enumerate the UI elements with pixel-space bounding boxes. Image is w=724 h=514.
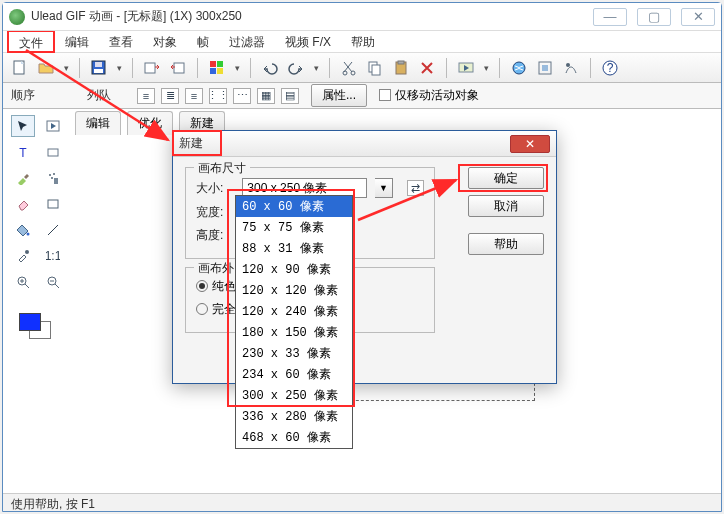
cancel-button[interactable]: 取消	[468, 195, 544, 217]
size-option[interactable]: 120 x 240 像素	[236, 301, 352, 322]
size-option[interactable]: 75 x 75 像素	[236, 217, 352, 238]
help-button[interactable]: 帮助	[468, 233, 544, 255]
preview-icon[interactable]	[455, 57, 477, 79]
line-tool-icon[interactable]	[41, 219, 65, 241]
zoomout-tool-icon[interactable]	[41, 271, 65, 293]
tool-icon[interactable]	[534, 57, 556, 79]
ok-button[interactable]: 确定	[468, 167, 544, 189]
svg-rect-29	[54, 178, 58, 184]
save-icon[interactable]	[88, 57, 110, 79]
open-dropdown-icon[interactable]: ▾	[61, 57, 71, 79]
svg-rect-25	[48, 149, 58, 156]
import-icon[interactable]	[141, 57, 163, 79]
menu-filter[interactable]: 过滤器	[219, 31, 275, 52]
rect-tool-icon[interactable]	[41, 193, 65, 215]
align-icons: ≡ ≣ ≡ ⋮⋮ ⋯ ▦ ▤	[137, 88, 299, 104]
size-option[interactable]: 120 x 90 像素	[236, 259, 352, 280]
svg-rect-19	[542, 65, 548, 71]
help-icon[interactable]: ?	[599, 57, 621, 79]
size-option[interactable]: 230 x 33 像素	[236, 343, 352, 364]
size-option[interactable]: 180 x 150 像素	[236, 322, 352, 343]
minimize-button[interactable]: —	[593, 8, 627, 26]
size-aux-icon[interactable]: ⇄	[407, 180, 424, 196]
statusbar: 使用帮助, 按 F1	[3, 493, 721, 511]
radio-full-icon[interactable]	[196, 303, 208, 315]
brush-tool-icon[interactable]	[11, 167, 35, 189]
size-option[interactable]: 120 x 120 像素	[236, 280, 352, 301]
delete-icon[interactable]	[416, 57, 438, 79]
svg-rect-4	[145, 63, 155, 73]
play-tool-icon[interactable]	[41, 115, 65, 137]
palette-dropdown-icon[interactable]: ▾	[232, 57, 242, 79]
text-tool-icon[interactable]: T	[11, 141, 35, 163]
shape-tool-icon[interactable]	[41, 141, 65, 163]
maximize-button[interactable]: ▢	[637, 8, 671, 26]
separator	[79, 58, 80, 78]
menubar: 文件 编辑 查看 对象 帧 过滤器 视频 F/X 帮助	[3, 31, 721, 53]
size-option[interactable]: 88 x 31 像素	[236, 238, 352, 259]
radio-solid-icon[interactable]	[196, 280, 208, 292]
eyedrop-tool-icon[interactable]	[11, 245, 35, 267]
preview-dropdown-icon[interactable]: ▾	[481, 57, 491, 79]
new-dialog: 新建 ✕ 画布尺寸 大小: 300 x 250 像素 ▼ ⇄ 宽度: 高度: 画…	[172, 130, 557, 384]
fill-tool-icon[interactable]	[11, 219, 35, 241]
radio-solid[interactable]: 纯色	[196, 278, 236, 295]
size-option[interactable]: 60 x 60 像素	[236, 196, 352, 217]
palette-icon[interactable]	[206, 57, 228, 79]
move-only-checkbox-wrap[interactable]: 仅移动活动对象	[379, 87, 479, 104]
align-center-icon[interactable]: ≣	[161, 88, 179, 104]
save-dropdown-icon[interactable]: ▾	[114, 57, 124, 79]
move-only-checkbox[interactable]	[379, 89, 391, 101]
cut-icon[interactable]	[338, 57, 360, 79]
pointer-tool-icon[interactable]	[11, 115, 35, 137]
align-right-icon[interactable]: ≡	[185, 88, 203, 104]
width-label: 宽度:	[196, 204, 236, 221]
svg-text:T: T	[19, 146, 27, 159]
eraser-tool-icon[interactable]	[11, 193, 35, 215]
browser-icon[interactable]	[508, 57, 530, 79]
fg-color[interactable]	[19, 313, 41, 331]
close-button[interactable]: ✕	[681, 8, 715, 26]
menu-object[interactable]: 对象	[143, 31, 187, 52]
menu-view[interactable]: 查看	[99, 31, 143, 52]
svg-text:?: ?	[607, 61, 614, 75]
window-buttons: — ▢ ✕	[593, 8, 715, 26]
export-icon[interactable]	[167, 57, 189, 79]
dist-v-icon[interactable]: ⋯	[233, 88, 251, 104]
group-icon[interactable]: ▦	[257, 88, 275, 104]
svg-point-11	[351, 71, 355, 75]
spray-tool-icon[interactable]	[41, 167, 65, 189]
size-option[interactable]: 468 x 60 像素	[236, 427, 352, 448]
open-icon[interactable]	[35, 57, 57, 79]
tool2-icon[interactable]	[560, 57, 582, 79]
dialog-close-button[interactable]: ✕	[510, 135, 550, 153]
paste-icon[interactable]	[390, 57, 412, 79]
size-option[interactable]: 300 x 250 像素	[236, 385, 352, 406]
menu-videofx[interactable]: 视频 F/X	[275, 31, 341, 52]
ungroup-icon[interactable]: ▤	[281, 88, 299, 104]
size-option[interactable]: 234 x 60 像素	[236, 364, 352, 385]
tab-optimize[interactable]: 优化	[127, 111, 173, 135]
dist-h-icon[interactable]: ⋮⋮	[209, 88, 227, 104]
radio-full[interactable]: 完全	[196, 301, 236, 318]
size-dropdown-list[interactable]: 60 x 60 像素 75 x 75 像素 88 x 31 像素 120 x 9…	[235, 195, 353, 449]
size-dropdown-button[interactable]: ▼	[375, 178, 392, 198]
tab-edit[interactable]: 编辑	[75, 111, 121, 135]
zoom-tool-icon[interactable]: 1:1	[41, 245, 65, 267]
history-dropdown-icon[interactable]: ▾	[311, 57, 321, 79]
redo-icon[interactable]	[285, 57, 307, 79]
menu-edit[interactable]: 编辑	[55, 31, 99, 52]
undo-icon[interactable]	[259, 57, 281, 79]
menu-frame[interactable]: 帧	[187, 31, 219, 52]
dialog-buttons: 确定 取消 帮助	[468, 167, 544, 255]
menu-help[interactable]: 帮助	[341, 31, 385, 52]
attributes-button[interactable]: 属性...	[311, 84, 367, 107]
menu-file[interactable]: 文件	[7, 30, 55, 53]
new-icon[interactable]	[9, 57, 31, 79]
zoomin-tool-icon[interactable]	[11, 271, 35, 293]
align-left-icon[interactable]: ≡	[137, 88, 155, 104]
size-option[interactable]: 336 x 280 像素	[236, 406, 352, 427]
color-swatch[interactable]	[17, 311, 57, 341]
copy-icon[interactable]	[364, 57, 386, 79]
svg-rect-3	[95, 62, 102, 67]
